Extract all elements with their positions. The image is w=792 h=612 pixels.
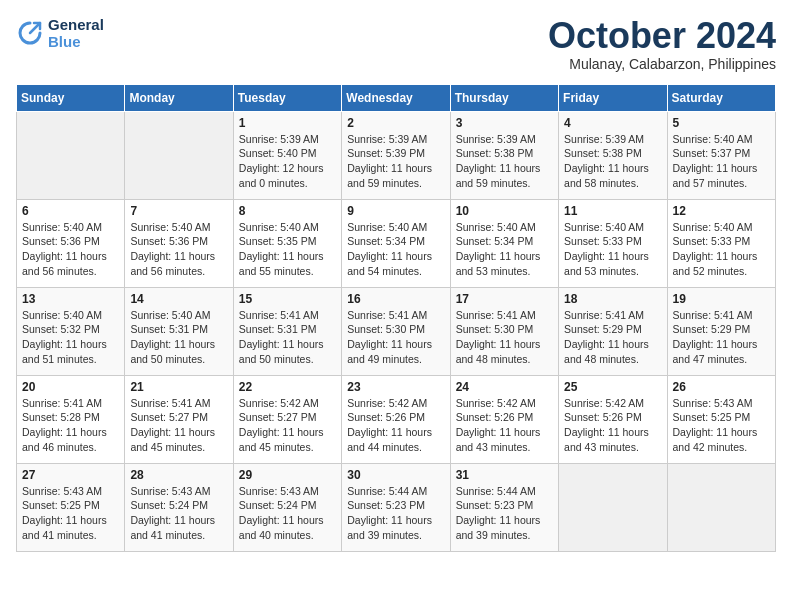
- logo-text: General Blue: [48, 16, 104, 50]
- day-info-line: Daylight: 11 hours and 50 minutes.: [239, 337, 336, 366]
- day-info-line: Daylight: 12 hours and 0 minutes.: [239, 161, 336, 190]
- day-info-line: Sunset: 5:27 PM: [239, 410, 336, 425]
- day-info-line: Sunrise: 5:40 AM: [130, 220, 227, 235]
- day-info-line: Sunset: 5:36 PM: [22, 234, 119, 249]
- day-info-line: Daylight: 11 hours and 49 minutes.: [347, 337, 444, 366]
- calendar-cell: 15Sunrise: 5:41 AMSunset: 5:31 PMDayligh…: [233, 287, 341, 375]
- day-info-line: Sunrise: 5:39 AM: [456, 132, 553, 147]
- day-number: 23: [347, 380, 444, 394]
- day-number: 9: [347, 204, 444, 218]
- day-number: 16: [347, 292, 444, 306]
- calendar-cell: 28Sunrise: 5:43 AMSunset: 5:24 PMDayligh…: [125, 463, 233, 551]
- day-info-line: Sunset: 5:30 PM: [456, 322, 553, 337]
- calendar-week-row: 27Sunrise: 5:43 AMSunset: 5:25 PMDayligh…: [17, 463, 776, 551]
- day-number: 2: [347, 116, 444, 130]
- day-info-line: Daylight: 11 hours and 57 minutes.: [673, 161, 770, 190]
- month-title: October 2024: [548, 16, 776, 56]
- day-number: 4: [564, 116, 661, 130]
- day-number: 21: [130, 380, 227, 394]
- day-info-line: Sunset: 5:34 PM: [347, 234, 444, 249]
- day-number: 29: [239, 468, 336, 482]
- svg-line-0: [30, 23, 40, 33]
- day-info-line: Sunrise: 5:41 AM: [239, 308, 336, 323]
- day-info-line: Sunset: 5:26 PM: [564, 410, 661, 425]
- day-number: 11: [564, 204, 661, 218]
- day-info-line: Sunrise: 5:41 AM: [347, 308, 444, 323]
- day-info-line: Sunrise: 5:42 AM: [239, 396, 336, 411]
- day-info-line: Sunset: 5:24 PM: [239, 498, 336, 513]
- day-info-line: Sunset: 5:31 PM: [130, 322, 227, 337]
- calendar-cell: 1Sunrise: 5:39 AMSunset: 5:40 PMDaylight…: [233, 111, 341, 199]
- day-info-line: Daylight: 11 hours and 53 minutes.: [456, 249, 553, 278]
- day-info-line: Sunset: 5:38 PM: [456, 146, 553, 161]
- calendar-cell: 14Sunrise: 5:40 AMSunset: 5:31 PMDayligh…: [125, 287, 233, 375]
- day-info-line: Daylight: 11 hours and 43 minutes.: [456, 425, 553, 454]
- day-number: 31: [456, 468, 553, 482]
- day-info-line: Daylight: 11 hours and 48 minutes.: [456, 337, 553, 366]
- day-info-line: Sunset: 5:40 PM: [239, 146, 336, 161]
- day-info-line: Sunrise: 5:43 AM: [130, 484, 227, 499]
- calendar-cell: 5Sunrise: 5:40 AMSunset: 5:37 PMDaylight…: [667, 111, 775, 199]
- day-info-line: Sunrise: 5:39 AM: [239, 132, 336, 147]
- day-info-line: Daylight: 11 hours and 42 minutes.: [673, 425, 770, 454]
- day-number: 18: [564, 292, 661, 306]
- day-info-line: Daylight: 11 hours and 39 minutes.: [456, 513, 553, 542]
- day-info-line: Daylight: 11 hours and 55 minutes.: [239, 249, 336, 278]
- day-info-line: Sunset: 5:33 PM: [673, 234, 770, 249]
- calendar-week-row: 13Sunrise: 5:40 AMSunset: 5:32 PMDayligh…: [17, 287, 776, 375]
- day-number: 24: [456, 380, 553, 394]
- day-info-line: Daylight: 11 hours and 45 minutes.: [130, 425, 227, 454]
- calendar-table: SundayMondayTuesdayWednesdayThursdayFrid…: [16, 84, 776, 552]
- calendar-week-row: 6Sunrise: 5:40 AMSunset: 5:36 PMDaylight…: [17, 199, 776, 287]
- calendar-cell: 4Sunrise: 5:39 AMSunset: 5:38 PMDaylight…: [559, 111, 667, 199]
- day-number: 13: [22, 292, 119, 306]
- calendar-cell: 12Sunrise: 5:40 AMSunset: 5:33 PMDayligh…: [667, 199, 775, 287]
- day-info-line: Sunset: 5:26 PM: [456, 410, 553, 425]
- calendar-cell: 10Sunrise: 5:40 AMSunset: 5:34 PMDayligh…: [450, 199, 558, 287]
- calendar-cell: 26Sunrise: 5:43 AMSunset: 5:25 PMDayligh…: [667, 375, 775, 463]
- day-info-line: Sunset: 5:30 PM: [347, 322, 444, 337]
- day-number: 25: [564, 380, 661, 394]
- day-info-line: Daylight: 11 hours and 59 minutes.: [456, 161, 553, 190]
- header-monday: Monday: [125, 84, 233, 111]
- day-info-line: Daylight: 11 hours and 54 minutes.: [347, 249, 444, 278]
- day-info-line: Sunrise: 5:43 AM: [239, 484, 336, 499]
- header-friday: Friday: [559, 84, 667, 111]
- day-info-line: Sunset: 5:35 PM: [239, 234, 336, 249]
- day-info-line: Sunset: 5:32 PM: [22, 322, 119, 337]
- day-info-line: Sunset: 5:33 PM: [564, 234, 661, 249]
- location-subtitle: Mulanay, Calabarzon, Philippines: [548, 56, 776, 72]
- day-info-line: Sunset: 5:39 PM: [347, 146, 444, 161]
- calendar-week-row: 1Sunrise: 5:39 AMSunset: 5:40 PMDaylight…: [17, 111, 776, 199]
- day-info-line: Sunrise: 5:42 AM: [564, 396, 661, 411]
- day-number: 5: [673, 116, 770, 130]
- day-number: 7: [130, 204, 227, 218]
- calendar-cell: 7Sunrise: 5:40 AMSunset: 5:36 PMDaylight…: [125, 199, 233, 287]
- calendar-cell: 30Sunrise: 5:44 AMSunset: 5:23 PMDayligh…: [342, 463, 450, 551]
- logo: General Blue: [16, 16, 104, 50]
- day-number: 22: [239, 380, 336, 394]
- day-info-line: Sunset: 5:25 PM: [22, 498, 119, 513]
- day-info-line: Sunset: 5:31 PM: [239, 322, 336, 337]
- day-info-line: Sunrise: 5:44 AM: [456, 484, 553, 499]
- calendar-week-row: 20Sunrise: 5:41 AMSunset: 5:28 PMDayligh…: [17, 375, 776, 463]
- day-info-line: Daylight: 11 hours and 47 minutes.: [673, 337, 770, 366]
- page-header: General Blue October 2024 Mulanay, Calab…: [16, 16, 776, 72]
- day-info-line: Sunset: 5:25 PM: [673, 410, 770, 425]
- day-info-line: Daylight: 11 hours and 56 minutes.: [130, 249, 227, 278]
- day-info-line: Sunset: 5:29 PM: [564, 322, 661, 337]
- day-info-line: Sunrise: 5:40 AM: [22, 308, 119, 323]
- day-info-line: Sunset: 5:38 PM: [564, 146, 661, 161]
- calendar-header-row: SundayMondayTuesdayWednesdayThursdayFrid…: [17, 84, 776, 111]
- calendar-cell: 22Sunrise: 5:42 AMSunset: 5:27 PMDayligh…: [233, 375, 341, 463]
- day-info-line: Daylight: 11 hours and 41 minutes.: [22, 513, 119, 542]
- day-number: 28: [130, 468, 227, 482]
- day-info-line: Daylight: 11 hours and 39 minutes.: [347, 513, 444, 542]
- day-info-line: Sunrise: 5:41 AM: [130, 396, 227, 411]
- day-info-line: Daylight: 11 hours and 45 minutes.: [239, 425, 336, 454]
- day-info-line: Sunset: 5:23 PM: [456, 498, 553, 513]
- calendar-cell: 17Sunrise: 5:41 AMSunset: 5:30 PMDayligh…: [450, 287, 558, 375]
- day-info-line: Sunset: 5:24 PM: [130, 498, 227, 513]
- calendar-cell: 9Sunrise: 5:40 AMSunset: 5:34 PMDaylight…: [342, 199, 450, 287]
- day-info-line: Sunrise: 5:41 AM: [22, 396, 119, 411]
